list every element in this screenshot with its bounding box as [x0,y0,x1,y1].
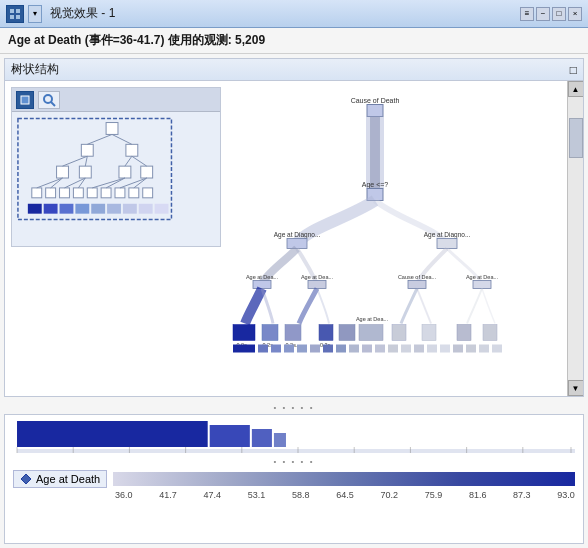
svg-rect-54 [437,239,457,249]
svg-line-29 [37,178,63,188]
svg-rect-100 [252,429,272,447]
svg-rect-82 [297,345,307,353]
svg-rect-12 [57,166,69,178]
svg-rect-48 [367,105,383,117]
svg-rect-87 [362,345,372,353]
window-controls: ≡ − □ × [520,7,582,21]
svg-rect-97 [492,345,502,353]
svg-text:Cause of Dea...: Cause of Dea... [398,274,437,280]
scale-tick-8: 81.6 [469,490,487,500]
svg-rect-24 [87,188,97,198]
svg-rect-96 [479,345,489,353]
svg-rect-84 [323,345,333,353]
scale-tick-2: 47.4 [203,490,221,500]
svg-text:Age at Diagno...: Age at Diagno... [424,231,471,239]
svg-text:Age at Dea...: Age at Dea... [466,274,499,280]
svg-rect-63 [233,325,255,341]
scale-tick-3: 53.1 [248,490,266,500]
svg-line-6 [51,102,55,106]
age-death-text: Age at Death [36,473,100,485]
svg-rect-94 [453,345,463,353]
svg-rect-40 [75,204,89,214]
svg-rect-2 [10,15,14,19]
dots-separator-1: • • • • • [0,401,588,414]
svg-rect-67 [285,325,301,341]
scroll-thumb[interactable] [569,118,583,158]
age-death-row: Age at Death [5,468,583,490]
svg-rect-93 [440,345,450,353]
histogram-area [5,415,583,455]
select-tool-button[interactable] [16,91,34,109]
tree-panel-title: 树状结构 [11,61,59,78]
main-content: 树状结构 □ [0,54,588,548]
svg-line-18 [125,156,132,166]
svg-text:Age at Dea...: Age at Dea... [356,316,389,322]
bottom-section: • • • • • Age at Death 36.0 41.7 47.4 53… [4,414,584,544]
svg-rect-42 [107,204,121,214]
minimap-toolbar [12,88,220,112]
svg-rect-0 [10,9,14,13]
svg-rect-52 [287,239,307,249]
expand-icon[interactable]: □ [570,63,577,77]
svg-rect-81 [284,345,294,353]
svg-rect-13 [79,166,91,178]
svg-rect-101 [274,433,286,447]
svg-rect-8 [81,144,93,156]
scroll-up-button[interactable]: ▲ [568,81,584,97]
svg-rect-98 [17,421,208,447]
svg-line-30 [51,178,63,188]
maximize-button[interactable]: □ [552,7,566,21]
svg-rect-20 [32,188,42,198]
svg-rect-99 [210,425,250,447]
svg-rect-73 [359,325,383,341]
svg-rect-39 [60,204,74,214]
svg-rect-41 [91,204,105,214]
scroll-track [568,97,584,380]
svg-line-35 [120,178,147,188]
svg-rect-28 [143,188,153,198]
tree-panel-body: Cause of Death Age <=? Age at Diagno... [5,81,583,396]
svg-rect-38 [44,204,58,214]
window-title: 视觉效果 - 1 [46,5,516,22]
pin-button[interactable]: ≡ [520,7,534,21]
scale-max: 93.0 [557,490,575,500]
svg-rect-76 [457,325,471,341]
svg-rect-78 [233,345,255,353]
svg-line-36 [134,178,147,188]
tree-diagram: Cause of Death Age <=? Age at Diagno... [227,81,567,396]
scale-min: 36.0 [115,490,133,500]
svg-rect-90 [401,345,411,353]
svg-rect-91 [414,345,424,353]
svg-rect-56 [253,281,271,289]
svg-rect-58 [308,281,326,289]
svg-rect-3 [16,15,20,19]
svg-rect-89 [388,345,398,353]
minimize-button[interactable]: − [536,7,550,21]
svg-text:Age at Diagno...: Age at Diagno... [274,231,321,239]
svg-rect-45 [155,204,169,214]
scroll-down-button[interactable]: ▼ [568,380,584,396]
close-button[interactable]: × [568,7,582,21]
svg-rect-7 [106,123,118,135]
age-death-label: Age at Death [13,470,107,488]
app-dropdown[interactable]: ▾ [28,5,42,23]
svg-rect-4 [21,96,29,104]
svg-rect-9 [126,144,138,156]
svg-rect-88 [375,345,385,353]
vertical-scrollbar[interactable]: ▲ ▼ [567,81,583,396]
svg-rect-62 [473,281,491,289]
svg-rect-75 [422,325,436,341]
svg-rect-23 [73,188,83,198]
app-icon [6,5,24,23]
svg-rect-14 [119,166,131,178]
svg-rect-85 [336,345,346,353]
svg-rect-26 [115,188,125,198]
svg-line-16 [63,156,88,166]
search-tool-button[interactable] [38,91,60,109]
svg-rect-65 [262,325,278,341]
svg-rect-86 [349,345,359,353]
scale-tick-1: 41.7 [159,490,177,500]
svg-text:Cause of Death: Cause of Death [351,97,400,104]
minimap [11,87,221,247]
scale-tick-4: 58.8 [292,490,310,500]
